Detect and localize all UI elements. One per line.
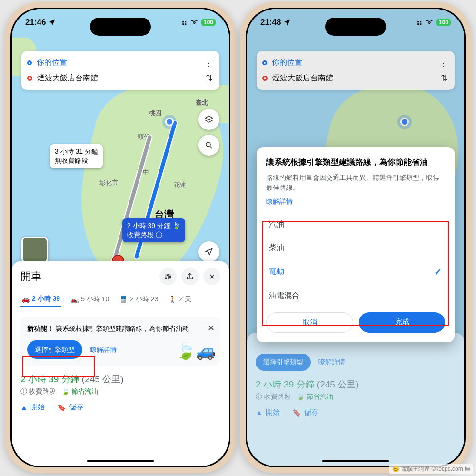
status-time: 21:48 (260, 18, 281, 27)
option-label: 汽油 (269, 219, 284, 229)
engine-option-diesel[interactable]: 柴油 (266, 236, 445, 259)
destination-dot-icon (27, 76, 32, 81)
map-label-taipei: 臺北 (196, 99, 208, 107)
wifi-icon (425, 17, 434, 28)
dialog-learn-more-link[interactable]: 瞭解詳情 (266, 198, 445, 206)
route-options-button[interactable] (159, 268, 177, 285)
summary-eco: 節省汽油 (307, 393, 333, 400)
callout-alt-route[interactable]: 3 小時 31 分鐘 無收費路段 (50, 144, 103, 168)
navigation-icon (205, 248, 213, 256)
summary-eco: 節省汽油 (71, 387, 98, 395)
svg-point-3 (169, 276, 171, 278)
callout-note: 收費路段 (127, 231, 154, 238)
map-label-changhua: 彰化市 (99, 178, 118, 187)
callout-main-route[interactable]: 2 小時 39 分鐘 🍃 收費路段 ⓘ (122, 218, 185, 242)
engine-option-hybrid[interactable]: 油電混合 (266, 284, 445, 307)
save-button[interactable]: 🔖 儲存 (57, 403, 83, 412)
directions-sheet-dimmed: 選擇引擎類型 瞭解詳情 2 小時 39 分鐘 (245 公里) ⓘ 收費路段 🍃… (247, 333, 464, 466)
battery-badge: 100 (201, 19, 216, 26)
phone-right: 21:48 ⠶ 100 你的位置 煙波大飯店台南館 ⋮ ⇅ 選擇引擎類型 (240, 2, 471, 473)
select-engine-type-button: 選擇引擎類型 (256, 354, 311, 371)
feature-close-button[interactable]: ✕ (208, 322, 215, 335)
learn-more-link[interactable]: 瞭解詳情 (90, 345, 117, 355)
svg-point-0 (206, 142, 210, 147)
location-arrow-icon (283, 18, 291, 27)
tab-motorcycle-label: 5 小時 10 (81, 295, 109, 304)
callout-note: 無收費路段 (55, 156, 98, 165)
tab-drive[interactable]: 🚗 2 小時 39 (20, 292, 61, 307)
layers-button[interactable] (198, 109, 219, 130)
engine-option-electric[interactable]: 電動✓ (266, 259, 445, 284)
tab-walk[interactable]: 🚶 2 天 (168, 292, 192, 307)
start-label: 開始 (266, 408, 280, 417)
origin-row[interactable]: 你的位置 (27, 55, 214, 70)
feature-badge: 新功能！ (27, 325, 54, 332)
travel-mode-tabs: 🚗 2 小時 39 🏍️ 5 小時 10 🚆 2 小時 23 🚶 2 天 (20, 289, 220, 310)
engine-type-dialog: 讓系統根據引擎類型建議路線，為你節能省油 路線的燃料用量會因交通工具而異。請選擇… (257, 147, 455, 342)
route-summary[interactable]: 2 小時 39 分鐘 (245 公里) ⓘ 收費路段 🍃 節省汽油 (20, 373, 220, 396)
tab-transit[interactable]: 🚆 2 小時 23 (119, 292, 159, 307)
tab-motorcycle[interactable]: 🏍️ 5 小時 10 (69, 292, 110, 307)
home-indicator[interactable] (322, 460, 389, 462)
start-label: 開始 (30, 403, 45, 412)
callout-time: 2 小時 39 分鐘 (127, 222, 170, 229)
dynamic-island (90, 18, 151, 36)
close-sheet-button[interactable]: ✕ (203, 268, 220, 285)
dialog-title: 讓系統根據引擎類型建議路線，為你節能省油 (266, 157, 445, 168)
map-label-taoyuan: 桃園 (149, 109, 161, 118)
directions-sheet: 開車 ✕ 🚗 2 小時 39 🏍️ 5 小時 10 🚆 2 小時 23 🚶 2 … (12, 261, 229, 466)
destination-row[interactable]: 煙波大飯店台南館 (27, 70, 214, 86)
learn-more-link: 瞭解詳情 (318, 358, 345, 367)
map-search-button[interactable] (198, 135, 219, 156)
summary-time: 2 小時 39 分鐘 (256, 379, 315, 389)
callout-time: 3 小時 31 分鐘 (55, 147, 98, 156)
route-menu-button[interactable]: ⋮ (204, 58, 213, 68)
tab-drive-label: 2 小時 39 (32, 295, 60, 303)
route-summary: 2 小時 39 分鐘 (245 公里) ⓘ 收費路段 🍃 節省汽油 (256, 378, 456, 401)
tab-walk-label: 2 天 (179, 295, 191, 304)
home-indicator[interactable] (87, 460, 154, 462)
map-label-hualien: 花蓮 (174, 180, 186, 189)
option-label: 電動 (269, 267, 284, 277)
battery-badge: 100 (436, 19, 451, 26)
summary-time: 2 小時 39 分鐘 (20, 374, 79, 384)
recenter-button[interactable] (198, 241, 219, 262)
option-label: 柴油 (269, 243, 284, 253)
select-engine-type-button[interactable]: 選擇引擎類型 (27, 340, 82, 359)
summary-tolls: 收費路段 (264, 393, 291, 400)
layers-icon (205, 115, 213, 124)
wifi-icon (190, 17, 198, 28)
swap-button[interactable]: ⇅ (206, 73, 213, 83)
start-button[interactable]: ▲ 開始 (20, 403, 45, 412)
summary-distance: (245 公里) (317, 379, 359, 389)
origin-dot-icon (27, 60, 32, 65)
eco-car-icon: 🍃🚙 (176, 339, 216, 363)
save-label: 儲存 (304, 408, 318, 417)
streetview-thumb[interactable] (21, 237, 48, 263)
dialog-body: 路線的燃料用量會因交通工具而異。請選擇引擎類型，取得最佳路線。 (266, 173, 445, 193)
phone-left: 21:46 ⠶ 100 臺北 桃園 頭份 臺中 彰化市 花蓮 台灣 3 小時 3… (5, 2, 236, 473)
origin-text: 你的位置 (37, 58, 67, 68)
tab-transit-label: 2 小時 23 (130, 295, 158, 304)
route-search-card: 你的位置 煙波大飯店台南館 ⋮ ⇅ (21, 51, 219, 90)
destination-text: 煙波大飯店台南館 (37, 73, 98, 83)
engine-options-list: 汽油 柴油 電動✓ 油電混合 (266, 213, 445, 307)
dialog-done-button[interactable]: 完成 (359, 312, 445, 333)
svg-point-2 (168, 275, 169, 276)
sliders-icon (164, 272, 172, 281)
check-icon: ✓ (434, 266, 442, 278)
feature-text: 讓系統根據引擎類型建議路線，為你節省油耗 (56, 325, 189, 332)
dialog-cancel-button[interactable]: 取消 (266, 312, 353, 333)
status-time: 21:46 (25, 18, 46, 27)
share-button[interactable] (181, 268, 198, 285)
option-label: 油電混合 (269, 291, 299, 301)
summary-distance: (245 公里) (82, 374, 124, 384)
sheet-title: 開車 (20, 269, 41, 284)
signal-icon: ⠶ (181, 18, 187, 28)
watermark-text: 電腦王阿達 ©kocpc.com.tw (401, 465, 470, 473)
search-icon (205, 141, 213, 149)
engine-option-gasoline[interactable]: 汽油 (266, 213, 445, 236)
save-button: 🔖 儲存 (292, 408, 318, 417)
svg-point-1 (165, 278, 167, 279)
dynamic-island (325, 18, 386, 36)
